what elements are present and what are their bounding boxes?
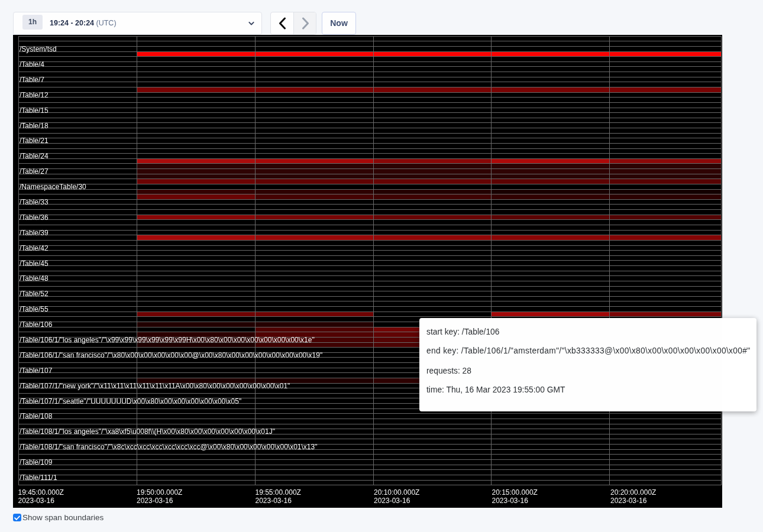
svg-text:/Table/21: /Table/21: [20, 137, 49, 145]
svg-text:/Table/42: /Table/42: [20, 244, 49, 252]
svg-text:/Table/111/1: /Table/111/1: [20, 473, 57, 482]
svg-text:/Table/7: /Table/7: [20, 76, 44, 84]
svg-text:/Table/106/1/"san francisco"/": /Table/106/1/"san francisco"/"\x80\x00\x…: [20, 351, 322, 359]
svg-text:/Table/107/1/"seattle"/"UUUUUU: /Table/107/1/"seattle"/"UUUUUUUD\x00\x80…: [20, 397, 241, 406]
svg-text:/System/tsd: /System/tsd: [20, 45, 57, 53]
svg-text:/Table/107: /Table/107: [20, 366, 53, 375]
svg-text:/Table/108/1/"los angeles"/"\x: /Table/108/1/"los angeles"/"\xa8\xf5\u00…: [20, 427, 275, 436]
svg-text:19:55:00.000Z: 19:55:00.000Z: [256, 488, 301, 497]
svg-text:/Table/33: /Table/33: [20, 198, 49, 206]
svg-text:/Table/45: /Table/45: [20, 259, 49, 268]
svg-text:/Table/4: /Table/4: [20, 60, 44, 69]
svg-text:/Table/48: /Table/48: [20, 274, 49, 283]
svg-text:/Table/12: /Table/12: [20, 91, 49, 99]
svg-text:2023-03-16: 2023-03-16: [610, 497, 647, 505]
svg-text:/NamespaceTable/30: /NamespaceTable/30: [20, 183, 86, 191]
svg-text:20:10:00.000Z: 20:10:00.000Z: [374, 488, 419, 497]
svg-text:19:45:00.000Z: 19:45:00.000Z: [18, 488, 64, 497]
svg-text:/Table/15: /Table/15: [20, 106, 49, 115]
svg-text:20:20:00.000Z: 20:20:00.000Z: [610, 488, 656, 497]
svg-text:/Table/108: /Table/108: [20, 412, 53, 420]
svg-text:2023-03-16: 2023-03-16: [374, 497, 410, 505]
svg-text:20:15:00.000Z: 20:15:00.000Z: [492, 488, 538, 497]
svg-text:/Table/106: /Table/106: [20, 320, 53, 329]
svg-text:/Table/18: /Table/18: [20, 122, 49, 130]
svg-text:/Table/106/1/"los angeles"/"\x: /Table/106/1/"los angeles"/"\x99\x99\x99…: [20, 336, 315, 344]
svg-text:2023-03-16: 2023-03-16: [18, 497, 55, 505]
svg-text:2023-03-16: 2023-03-16: [256, 497, 292, 505]
svg-text:/Table/39: /Table/39: [20, 229, 49, 237]
svg-text:/Table/55: /Table/55: [20, 305, 49, 313]
svg-text:2023-03-16: 2023-03-16: [137, 497, 173, 505]
svg-text:2023-03-16: 2023-03-16: [492, 497, 529, 505]
svg-text:/Table/52: /Table/52: [20, 290, 49, 298]
svg-text:/Table/108/1/"san francisco"/": /Table/108/1/"san francisco"/"\x8c\xcc\x…: [20, 443, 317, 451]
svg-text:/Table/24: /Table/24: [20, 152, 49, 160]
svg-text:/Table/109: /Table/109: [20, 458, 53, 466]
svg-text:/Table/36: /Table/36: [20, 213, 49, 222]
svg-text:19:50:00.000Z: 19:50:00.000Z: [137, 488, 182, 497]
svg-text:/Table/27: /Table/27: [20, 167, 49, 176]
svg-text:/Table/107/1/"new york"/"\x11\: /Table/107/1/"new york"/"\x11\x11\x11\x1…: [20, 382, 290, 390]
